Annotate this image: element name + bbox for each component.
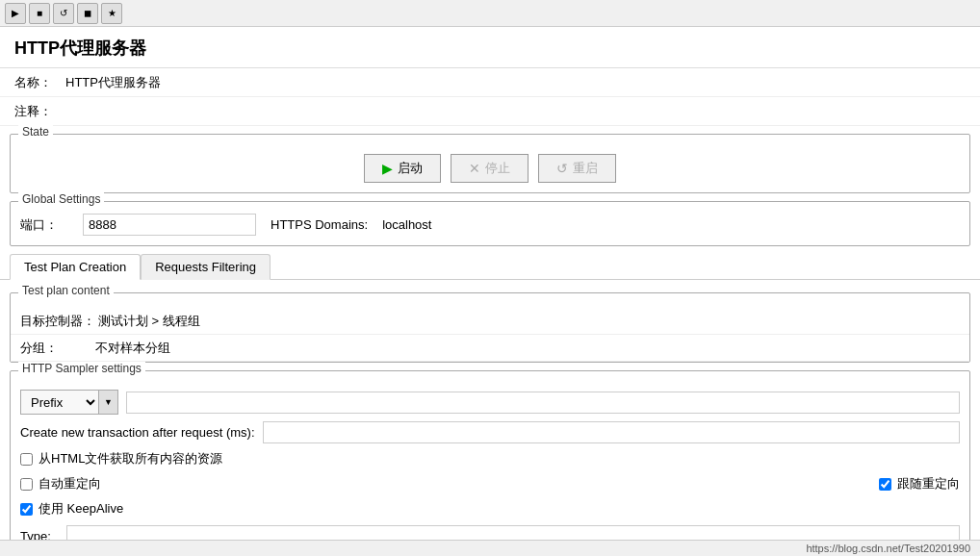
transaction-label: Create new transaction after request (ms… <box>20 425 255 440</box>
toolbar-btn-5[interactable]: ★ <box>101 3 122 24</box>
restart-label: 重启 <box>573 160 598 177</box>
panel-title: HTTP代理服务器 <box>0 27 980 68</box>
status-text: https://blog.csdn.net/Test20201990 <box>806 543 970 554</box>
checkbox1-label: 从HTML文件获取所有内容的资源 <box>39 450 222 468</box>
tab-test-plan-creation[interactable]: Test Plan Creation <box>10 254 141 280</box>
restart-button[interactable]: ↺ 重启 <box>538 154 616 183</box>
toolbar: ▶ ■ ↺ ◼ ★ <box>0 0 980 27</box>
stop-label: 停止 <box>485 160 510 177</box>
comment-label: 注释： <box>14 103 63 120</box>
state-section: State ▶ 启动 ✕ 停止 ↺ 重启 <box>10 134 970 193</box>
name-row: 名称： <box>0 68 980 97</box>
comment-input[interactable] <box>63 103 966 119</box>
main-panel: HTTP代理服务器 名称： 注释： State ▶ 启动 ✕ 停止 ↺ 重启 <box>0 27 980 556</box>
checkbox2-wrap: 自动重定向 <box>20 475 487 493</box>
sampler-legend: HTTP Sampler settings <box>18 362 145 375</box>
restart-icon: ↺ <box>556 161 568 176</box>
state-legend: State <box>18 125 53 139</box>
comment-row: 注释： <box>0 97 980 126</box>
name-input[interactable] <box>63 74 966 90</box>
tab-requests-filtering[interactable]: Requests Filtering <box>141 254 271 280</box>
global-row: 端口： HTTPS Domains: localhost <box>20 214 960 236</box>
target-label: 目标控制器： <box>20 313 95 330</box>
play-icon: ▶ <box>382 161 393 176</box>
test-plan-content-section: Test plan content 目标控制器： 分组： <box>10 292 970 363</box>
checkbox1-row: 从HTML文件获取所有内容的资源 <box>11 446 969 471</box>
start-label: 启动 <box>398 160 423 177</box>
name-label: 名称： <box>14 74 63 91</box>
http-sampler-section: HTTP Sampler settings Prefix ▼ Create ne… <box>10 370 970 556</box>
global-legend: Global Settings <box>18 192 104 206</box>
toolbar-btn-1[interactable]: ▶ <box>5 3 26 24</box>
checkbox4[interactable] <box>879 478 891 491</box>
status-bar: https://blog.csdn.net/Test20201990 <box>0 540 980 556</box>
start-button[interactable]: ▶ 启动 <box>364 154 441 183</box>
stop-icon: ✕ <box>469 161 480 176</box>
prefix-select[interactable]: Prefix <box>21 392 98 414</box>
target-row: 目标控制器： <box>11 308 969 335</box>
global-settings-section: Global Settings 端口： HTTPS Domains: local… <box>10 201 970 246</box>
checkbox2-label: 自动重定向 <box>39 475 101 493</box>
toolbar-btn-2[interactable]: ■ <box>29 3 50 24</box>
content-legend: Test plan content <box>18 284 114 297</box>
transaction-input[interactable] <box>263 421 961 443</box>
checkbox2[interactable] <box>20 478 33 491</box>
https-value: localhost <box>382 217 431 232</box>
group-input[interactable] <box>92 340 960 356</box>
checkbox4-wrap: 跟随重定向 <box>493 475 960 493</box>
checkbox4-label: 跟随重定向 <box>897 475 960 493</box>
tab-content: Test plan content 目标控制器： 分组： HTTP Sample… <box>0 280 980 556</box>
group-label: 分组： <box>20 340 92 357</box>
checkbox3[interactable] <box>20 503 33 516</box>
state-buttons: ▶ 启动 ✕ 停止 ↺ 重启 <box>20 154 960 183</box>
prefix-text-input[interactable] <box>126 392 960 414</box>
checkbox3-label: 使用 KeepAlive <box>39 500 123 518</box>
toolbar-btn-4[interactable]: ◼ <box>77 3 98 24</box>
stop-button[interactable]: ✕ 停止 <box>451 154 529 183</box>
prefix-select-wrap: Prefix ▼ <box>20 390 118 415</box>
port-input[interactable] <box>83 214 256 236</box>
prefix-row: Prefix ▼ <box>11 386 969 418</box>
checkbox3-row: 使用 KeepAlive <box>11 496 969 521</box>
target-input[interactable] <box>95 313 960 329</box>
group-row: 分组： <box>11 335 969 362</box>
transaction-row: Create new transaction after request (ms… <box>11 418 969 446</box>
toolbar-btn-3[interactable]: ↺ <box>53 3 74 24</box>
checkbox1[interactable] <box>20 453 33 466</box>
tabs-bar: Test Plan Creation Requests Filtering <box>0 254 980 280</box>
checkbox24-row: 自动重定向 跟随重定向 <box>11 471 969 496</box>
https-label: HTTPS Domains: <box>271 217 368 232</box>
port-label: 端口： <box>20 216 68 234</box>
prefix-dropdown-btn[interactable]: ▼ <box>98 391 117 414</box>
